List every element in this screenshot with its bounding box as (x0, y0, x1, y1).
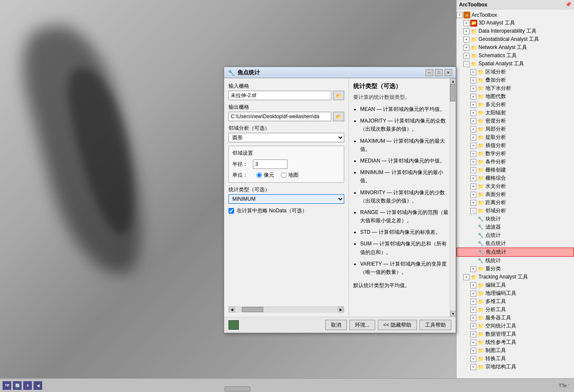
expand-icon[interactable]: + (463, 28, 469, 34)
tree-item-tracking[interactable]: + 📁 Tracking Analyst 工具 (457, 273, 574, 281)
tree-item-zhuanhua[interactable]: + 📁 转换工具 (457, 355, 574, 363)
expand-icon[interactable]: + (463, 274, 469, 280)
tree-item-dixia[interactable]: + 📁 地下水分析 (457, 84, 574, 92)
expand-icon[interactable]: + (470, 299, 476, 305)
minimize-button[interactable]: ─ (426, 69, 433, 76)
expand-icon[interactable]: + (470, 175, 476, 181)
ignore-nodata-checkbox[interactable] (228, 208, 234, 214)
expand-icon[interactable]: + (470, 77, 476, 83)
tree-item-tiqu[interactable]: + 📁 提取分析 (457, 133, 574, 141)
tree-item-jiaodian-highlighted[interactable]: 🔧 焦点统计 (457, 248, 574, 257)
vscroll-thumb[interactable] (450, 84, 455, 101)
expand-icon[interactable]: + (470, 167, 476, 173)
expand-icon[interactable]: + (470, 348, 476, 354)
expand-icon[interactable]: + (470, 266, 476, 272)
scroll-right-arrow[interactable]: ▶ (338, 306, 344, 312)
tree-item-jubu[interactable]: + 📁 局部分析 (457, 125, 574, 133)
tree-item-duowei[interactable]: + 📁 多维工具 (457, 297, 574, 306)
tree-item-xianhang[interactable]: + 📁 线性参考工具 (457, 338, 574, 346)
expand-icon[interactable]: + (470, 159, 476, 165)
tree-item-kongjian[interactable]: + 📁 空间统计工具 (457, 322, 574, 330)
radius-input[interactable] (253, 159, 287, 169)
taskbar-icon-2[interactable]: 🔄 (13, 381, 22, 390)
tree-item-biaomian[interactable]: + 📁 表面分析 (457, 190, 574, 199)
expand-icon[interactable]: + (463, 20, 469, 26)
output-raster-field[interactable] (228, 112, 331, 121)
tree-item-shuxue[interactable]: + 📁 数学分析 (457, 150, 574, 158)
stat-type-select[interactable]: MINIMUM (228, 194, 344, 204)
vscroll-bottom-arrow[interactable]: ▼ (450, 311, 456, 317)
tool-help-button[interactable]: 工具帮助 (420, 320, 451, 330)
expand-icon[interactable]: + (470, 143, 476, 149)
tree-item-spatial-analyst[interactable]: − 📁 Spatial Analyst 工具 (457, 60, 574, 68)
arctoolbox-pin[interactable]: 📌 (565, 2, 571, 7)
expand-icon[interactable]: + (470, 356, 476, 362)
expand-icon[interactable]: + (470, 94, 476, 100)
expand-icon[interactable]: + (470, 340, 476, 346)
expand-icon[interactable]: + (470, 200, 476, 206)
right-vscroll[interactable]: ▲ ▼ (450, 78, 456, 317)
expand-icon[interactable]: + (470, 323, 476, 329)
expand-icon[interactable]: + (470, 282, 476, 288)
expand-icon[interactable]: + (470, 135, 476, 141)
taskbar-scroll-thumb[interactable] (225, 386, 250, 392)
tree-item-geostatistical[interactable]: + 📁 Geostatistical Analyst 工具 (457, 35, 574, 43)
tree-item-fuwuqi[interactable]: + 📁 服务器工具 (457, 314, 574, 322)
tree-item-schematics[interactable]: + 📁 Schematics 工具 (457, 52, 574, 60)
expand-icon[interactable]: + (470, 315, 476, 321)
horizontal-scrollbar[interactable]: ◀ ▶ (228, 306, 344, 312)
tree-item-fenxi[interactable]: + 📁 分析工具 (457, 306, 574, 314)
taskbar-icon-3[interactable]: ⏸ (23, 381, 32, 390)
expand-icon[interactable]: − (463, 61, 469, 67)
scroll-thumb[interactable] (242, 307, 263, 312)
expand-icon[interactable]: + (470, 86, 476, 92)
input-raster-field[interactable] (228, 91, 331, 100)
expand-icon[interactable]: + (470, 364, 476, 370)
expand-icon[interactable]: + (470, 331, 476, 337)
expand-icon[interactable]: + (470, 307, 476, 313)
tree-item-shege-zonghe[interactable]: + 📁 栅格综合 (457, 174, 574, 182)
tree-item-bianji[interactable]: + 📁 编辑工具 (457, 281, 574, 289)
expand-icon[interactable]: + (457, 12, 463, 18)
tree-item-xian-tongji[interactable]: 🔧 线统计 (457, 257, 574, 265)
expand-icon[interactable]: + (470, 126, 476, 132)
unit-map-radio[interactable] (281, 172, 287, 178)
expand-icon[interactable]: + (463, 45, 469, 51)
unit-pixel-radio[interactable] (256, 172, 262, 178)
tree-item-dili-bianma[interactable]: + 📁 地理编码工具 (457, 289, 574, 297)
tree-item-kuai-tongji[interactable]: 🔧 块统计 (457, 215, 574, 223)
expand-icon[interactable]: + (470, 69, 476, 75)
tree-item-zhongfen[interactable]: + 📁 重分类 (457, 265, 574, 273)
tree-item-quyu[interactable]: + 📁 区域分析 (457, 68, 574, 76)
hide-help-button[interactable]: << 隐藏帮助 (378, 320, 417, 330)
expand-icon[interactable]: − (470, 208, 476, 214)
tree-item-chazhi[interactable]: + 📁 插值分析 (457, 141, 574, 150)
expand-icon[interactable]: + (470, 110, 476, 116)
restore-button[interactable]: □ (435, 69, 443, 76)
expand-icon[interactable]: + (463, 53, 469, 59)
expand-icon[interactable]: + (470, 291, 476, 297)
expand-icon[interactable]: + (470, 192, 476, 198)
tree-item-midu[interactable]: + 📁 密度分析 (457, 117, 574, 125)
tree-item-jiaodian-top[interactable]: 🔧 焦点统计 (457, 239, 574, 248)
tree-item-juli[interactable]: + 📁 距离分析 (457, 199, 574, 207)
scroll-left-arrow[interactable]: ◀ (229, 306, 235, 312)
taskbar-icon-4[interactable]: ◀ (34, 381, 42, 390)
tree-item-ditu[interactable]: + 📁 地图代数 (457, 92, 574, 101)
expand-icon[interactable]: + (470, 151, 476, 157)
env-button[interactable]: 环境... (349, 320, 375, 330)
expand-icon[interactable]: + (470, 102, 476, 108)
tree-item-3d-analyst[interactable]: + 📁 3D Analyst 工具 (457, 19, 574, 27)
tree-item-dietu[interactable]: + 📁 叠加分析 (457, 76, 574, 84)
cancel-button[interactable]: 取消 (325, 320, 347, 330)
tree-item-arctoolbox-root[interactable]: + 🗂 ArcToolbox (457, 11, 574, 19)
expand-icon[interactable]: + (470, 184, 476, 190)
tree-item-duoyuan[interactable]: + 📁 多元分析 (457, 101, 574, 109)
tree-item-taiyang[interactable]: + 📁 太阳辐射 (457, 109, 574, 117)
tree-item-shuju-guanli[interactable]: + 📁 数据管理工具 (457, 330, 574, 338)
expand-icon[interactable]: + (470, 118, 476, 124)
tree-item-lv-qi[interactable]: 🔧 滤波器 (457, 223, 574, 231)
expand-icon[interactable]: + (463, 37, 469, 43)
unit-pixel-label[interactable]: 像元 (256, 172, 274, 179)
tree-item-linyu[interactable]: − 📁 邻域分析 (457, 207, 574, 215)
